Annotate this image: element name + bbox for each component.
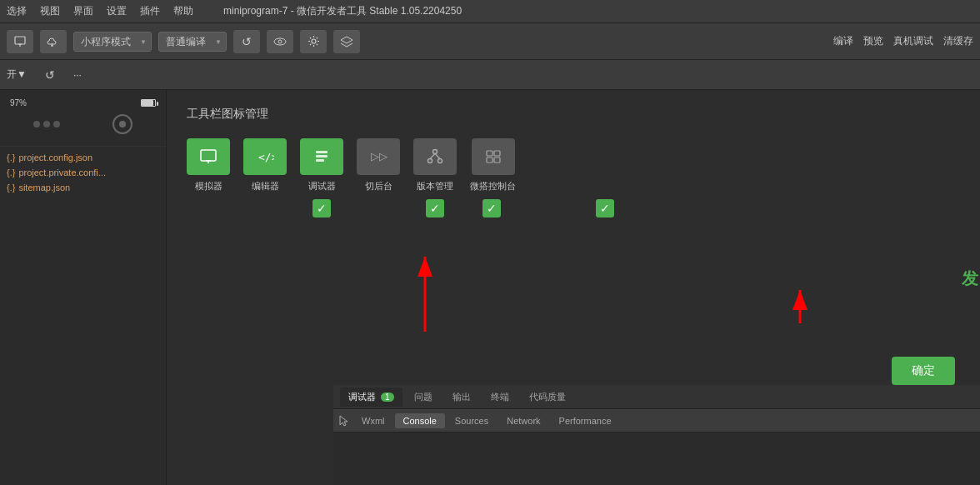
bottom-tabs: 调试器 1 问题 输出 终端 代码质量 xyxy=(333,386,980,409)
menu-item-help[interactable]: 帮助 xyxy=(173,4,193,18)
tab-terminal-label: 终端 xyxy=(491,392,509,402)
menu-item-view[interactable]: 视图 xyxy=(40,4,60,18)
more-btn[interactable]: ··· xyxy=(73,69,82,81)
compile-select-wrapper[interactable]: 普通编译 xyxy=(158,32,227,52)
weda-checkbox[interactable]: ✓ xyxy=(482,199,501,218)
checkbox-item-4: ✓ xyxy=(413,199,457,218)
debugger-icon-btn[interactable] xyxy=(300,138,343,175)
icon-item-editor: </> 编辑器 xyxy=(243,138,287,192)
simulator-icon-btn[interactable] xyxy=(187,138,230,175)
icon-item-version: 版本管理 xyxy=(413,138,457,192)
mode-select-wrapper[interactable]: 小程序模式 xyxy=(73,32,152,52)
subtab-console[interactable]: Console xyxy=(395,413,445,428)
list-item[interactable]: {.} project.config.json xyxy=(0,150,166,165)
version-icon-btn[interactable] xyxy=(413,138,457,175)
real-device-btn[interactable]: 真机调试 xyxy=(893,34,933,48)
tab-terminal[interactable]: 终端 xyxy=(482,388,518,407)
phone-home-btn[interactable] xyxy=(112,114,132,134)
tab-codequality[interactable]: 代码质量 xyxy=(521,388,574,407)
icon-item-simulator: 模拟器 xyxy=(187,138,230,192)
battery-icon xyxy=(141,99,156,107)
refresh2-btn[interactable]: ↺ xyxy=(37,63,63,87)
file-list: {.} project.config.json {.} project.priv… xyxy=(0,147,166,485)
main-area: 97% {.} xyxy=(0,90,980,485)
subtab-wxml[interactable]: Wxml xyxy=(353,413,393,428)
json-file-icon-1: {.} xyxy=(7,152,15,162)
simulator-btn-icon xyxy=(199,148,218,165)
tab-output[interactable]: 输出 xyxy=(444,388,479,407)
editor-btn-icon: </> xyxy=(256,148,274,165)
svg-rect-23 xyxy=(487,158,492,162)
svg-rect-24 xyxy=(494,158,500,162)
debugger-btn-icon xyxy=(312,148,331,165)
eye-btn[interactable] xyxy=(267,30,293,53)
tab-debugger-badge: 1 xyxy=(381,392,394,402)
compile-action-btn[interactable]: 编译 xyxy=(833,34,853,48)
version-checkbox[interactable]: ✓ xyxy=(426,199,444,218)
weda-icon-btn[interactable] xyxy=(472,138,515,175)
open-btn[interactable]: 开▼ xyxy=(7,68,27,82)
list-item[interactable]: {.} project.private.confi... xyxy=(0,165,166,180)
phone-dot-3 xyxy=(53,121,60,128)
cloud-btn[interactable] xyxy=(40,30,67,53)
menu-item-plugins[interactable]: 插件 xyxy=(140,4,160,18)
menu-item-select[interactable]: 选择 xyxy=(7,4,27,18)
menu-item-interface[interactable]: 界面 xyxy=(73,4,93,18)
debugger-checkbox[interactable]: ✓ xyxy=(312,199,331,218)
tab-debugger[interactable]: 调试器 1 xyxy=(340,388,402,407)
svg-line-19 xyxy=(430,154,435,159)
svg-rect-0 xyxy=(15,37,25,44)
switch-btn-icon: ▷▷ xyxy=(369,148,388,165)
battery-indicator xyxy=(141,99,156,107)
subtab-sources[interactable]: Sources xyxy=(447,413,497,428)
confirm-button[interactable]: 确定 xyxy=(892,357,955,385)
compile-select[interactable]: 普通编译 xyxy=(158,32,227,52)
layers-icon xyxy=(340,36,353,48)
icon-item-switch: ▷▷ 切后台 xyxy=(357,138,400,192)
mode-select[interactable]: 小程序模式 xyxy=(73,32,152,52)
simulator-toggle-btn[interactable] xyxy=(7,30,33,53)
monitor-icon xyxy=(14,36,26,48)
svg-point-17 xyxy=(428,159,432,163)
list-item[interactable]: {.} sitemap.json xyxy=(0,180,166,195)
toolbar: 小程序模式 普通编译 ↺ 编译 预览 真机调试 清缓存 xyxy=(0,23,980,60)
toolbar2: 开▼ ↺ ··· xyxy=(0,60,980,90)
file-name-1: project.config.json xyxy=(18,152,92,162)
simulator-panel: 97% xyxy=(0,90,166,147)
preview-btn[interactable]: 预览 xyxy=(863,34,883,48)
menu-item-settings[interactable]: 设置 xyxy=(107,4,127,18)
editor-icon-btn[interactable]: </> xyxy=(243,138,287,175)
cursor-icon[interactable] xyxy=(337,413,352,428)
dialog-title: 工具栏图标管理 xyxy=(187,107,960,122)
icon-item-weda: 微搭控制台 xyxy=(470,138,516,192)
subtab-console-label: Console xyxy=(403,416,437,426)
json-file-icon-3: {.} xyxy=(7,182,15,192)
subtab-performance[interactable]: Performance xyxy=(551,413,620,428)
subtab-network[interactable]: Network xyxy=(498,413,548,428)
phone-home-dot xyxy=(119,121,126,128)
svg-point-6 xyxy=(278,40,282,43)
switch-icon-btn[interactable]: ▷▷ xyxy=(357,138,400,175)
refresh-btn[interactable]: ↺ xyxy=(233,30,260,53)
extra-checkbox[interactable]: ✓ xyxy=(596,199,614,218)
battery-percent: 97% xyxy=(10,98,27,108)
debugger-label: 调试器 xyxy=(308,180,336,192)
menu-bar: 选择 视图 界面 设置 插件 帮助 miniprogram-7 - 微信开发者工… xyxy=(0,0,980,23)
tab-codequality-label: 代码质量 xyxy=(529,392,566,402)
subtab-sources-label: Sources xyxy=(455,416,488,426)
tab-issues-label: 问题 xyxy=(414,392,432,402)
svg-rect-12 xyxy=(316,151,328,153)
simulator-label: 模拟器 xyxy=(195,180,222,192)
gear-icon xyxy=(308,35,320,48)
center-panel: 工具栏图标管理 模拟器 xyxy=(167,90,980,485)
checkbox-item-3 xyxy=(357,199,400,218)
phone-controls xyxy=(7,109,159,139)
cloud-icon xyxy=(47,37,60,47)
settings-btn[interactable] xyxy=(300,30,327,53)
bottom-subtabs: Wxml Console Sources Network Performance xyxy=(333,409,980,432)
tab-issues[interactable]: 问题 xyxy=(406,388,441,407)
layers-btn[interactable] xyxy=(333,30,360,53)
subtab-network-label: Network xyxy=(507,416,540,426)
svg-line-20 xyxy=(435,154,440,159)
clear-cache-btn[interactable]: 清缓存 xyxy=(943,34,973,48)
